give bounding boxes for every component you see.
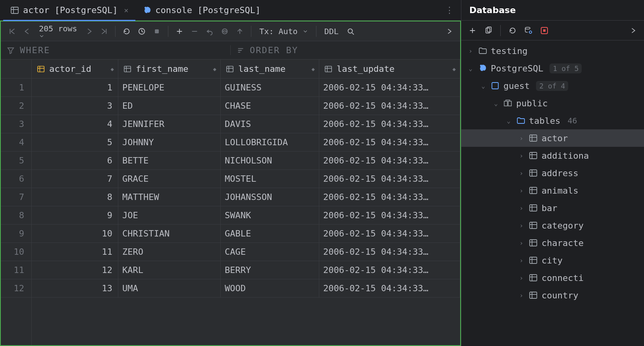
table-row[interactable]: 4JENNIFERDAVIS2006-02-15 04:34:33… (32, 115, 460, 133)
cell-first_name[interactable]: UMA (118, 279, 221, 297)
datasource-properties-button[interactable] (521, 23, 536, 38)
close-icon[interactable]: ✕ (124, 6, 128, 14)
table-row[interactable]: 6BETTENICHOLSON2006-02-15 04:34:33… (32, 152, 460, 170)
tree-node-connecti[interactable]: ›connecti (461, 269, 644, 286)
auto-reload-button[interactable] (135, 24, 149, 38)
table-row[interactable]: 7GRACEMOSTEL2006-02-15 04:34:33… (32, 170, 460, 188)
cell-last_name[interactable]: GABLE (221, 225, 319, 242)
cell-actor_id[interactable]: 13 (32, 279, 118, 297)
cell-first_name[interactable]: JENNIFER (118, 115, 221, 133)
column-header-actor_id[interactable]: actor_id◆ (32, 60, 118, 78)
cell-last_update[interactable]: 2006-02-15 04:34:33… (319, 170, 460, 188)
next-page-button[interactable] (82, 24, 96, 38)
tree-node-address[interactable]: ›address (461, 164, 644, 182)
cell-first_name[interactable]: JOE (118, 206, 221, 224)
row-number[interactable]: 9 (1, 225, 31, 243)
tree-node-tables[interactable]: ⌄tables46 (461, 112, 644, 129)
grid-corner[interactable] (1, 60, 31, 79)
column-header-last_name[interactable]: last_name◆ (221, 60, 319, 78)
tab-overflow-button[interactable]: ⋮ (438, 5, 461, 15)
cell-first_name[interactable]: MATTHEW (118, 188, 221, 206)
cell-first_name[interactable]: ZERO (118, 243, 221, 261)
cell-first_name[interactable]: JOHNNY (118, 133, 221, 151)
cell-last_name[interactable]: CHASE (221, 97, 319, 115)
cell-last_update[interactable]: 2006-02-15 04:34:33… (319, 152, 460, 169)
cell-actor_id[interactable]: 1 (32, 79, 118, 96)
cell-last_name[interactable]: BERRY (221, 261, 319, 279)
tree-node-category[interactable]: ›category (461, 217, 644, 234)
tree-node-bar[interactable]: ›bar (461, 199, 644, 217)
table-row[interactable]: 1PENELOPEGUINESS2006-02-15 04:34:33… (32, 79, 460, 97)
cell-last_update[interactable]: 2006-02-15 04:34:33… (319, 261, 460, 279)
ddl-button[interactable]: DDL (320, 24, 343, 38)
toolbar-expand-button[interactable] (442, 24, 456, 38)
tree-node-additiona[interactable]: ›additiona (461, 147, 644, 164)
cell-last_name[interactable]: LOLLOBRIGIDA (221, 133, 319, 151)
row-number[interactable]: 4 (1, 133, 31, 152)
revert-button[interactable] (202, 24, 217, 38)
stop-button[interactable] (150, 24, 164, 38)
cell-last_update[interactable]: 2006-02-15 04:34:33… (319, 133, 460, 151)
cell-actor_id[interactable]: 8 (32, 188, 118, 206)
row-number[interactable]: 5 (1, 152, 31, 170)
row-number[interactable]: 7 (1, 188, 31, 206)
tree-node-PostgreSQL[interactable]: ⌄PostgreSQL1 of 5 (461, 60, 644, 77)
tree-node-animals[interactable]: ›animals (461, 182, 644, 199)
last-page-button[interactable] (97, 24, 111, 38)
table-row[interactable]: 13UMAWOOD2006-02-15 04:34:33… (32, 279, 460, 298)
cell-last_update[interactable]: 2006-02-15 04:34:33… (319, 206, 460, 224)
table-row[interactable]: 3EDCHASE2006-02-15 04:34:33… (32, 97, 460, 115)
cell-actor_id[interactable]: 10 (32, 225, 118, 242)
row-number[interactable]: 6 (1, 170, 31, 188)
cell-last_update[interactable]: 2006-02-15 04:34:33… (319, 279, 460, 297)
tree-node-country[interactable]: ›country (461, 286, 644, 304)
add-row-button[interactable] (172, 24, 187, 38)
tree-node-public[interactable]: ⌄public (461, 94, 644, 112)
table-row[interactable]: 9JOESWANK2006-02-15 04:34:33… (32, 206, 460, 225)
row-number[interactable]: 2 (1, 97, 31, 115)
tree-node-characte[interactable]: ›characte (461, 234, 644, 252)
first-page-button[interactable] (5, 24, 19, 38)
submit-button[interactable] (233, 24, 247, 38)
tree-node-actor[interactable]: ›actor (461, 129, 644, 147)
table-row[interactable]: 10CHRISTIANGABLE2006-02-15 04:34:33… (32, 225, 460, 243)
disconnect-button[interactable] (537, 23, 551, 38)
cell-last_update[interactable]: 2006-02-15 04:34:33… (319, 79, 460, 96)
cell-first_name[interactable]: CHRISTIAN (118, 225, 221, 242)
table-row[interactable]: 11ZEROCAGE2006-02-15 04:34:33… (32, 243, 460, 261)
row-number[interactable]: 3 (1, 115, 31, 133)
where-filter[interactable]: WHERE (1, 45, 230, 55)
cell-actor_id[interactable]: 6 (32, 152, 118, 169)
cell-actor_id[interactable]: 12 (32, 261, 118, 279)
cell-last_name[interactable]: CAGE (221, 243, 319, 261)
cell-actor_id[interactable]: 4 (32, 115, 118, 133)
search-button[interactable] (343, 24, 358, 38)
duplicate-button[interactable] (481, 23, 496, 38)
preview-button[interactable] (218, 24, 232, 38)
column-header-last_update[interactable]: last_update◆ (319, 60, 460, 78)
cell-last_name[interactable]: GUINESS (221, 79, 319, 96)
cell-last_name[interactable]: SWANK (221, 206, 319, 224)
cell-last_name[interactable]: JOHANSSON (221, 188, 319, 206)
cell-actor_id[interactable]: 5 (32, 133, 118, 151)
tab-actor[interactable]: actor [PostgreSQL] ✕ (3, 0, 135, 21)
tab-console[interactable]: console [PostgreSQL] (135, 0, 268, 21)
tree-node-guest[interactable]: ⌄guest2 of 4 (461, 77, 644, 94)
row-number[interactable]: 8 (1, 206, 31, 225)
tree-node-testing[interactable]: ›testing (461, 42, 644, 60)
table-row[interactable]: 5JOHNNYLOLLOBRIGIDA2006-02-15 04:34:33… (32, 133, 460, 152)
row-number[interactable]: 11 (1, 261, 31, 279)
remove-row-button[interactable] (187, 24, 202, 38)
cell-last_name[interactable]: DAVIS (221, 115, 319, 133)
cell-last_name[interactable]: NICHOLSON (221, 152, 319, 169)
new-datasource-button[interactable] (465, 23, 480, 38)
table-row[interactable]: 12KARLBERRY2006-02-15 04:34:33… (32, 261, 460, 279)
cell-last_update[interactable]: 2006-02-15 04:34:33… (319, 225, 460, 242)
cell-last_name[interactable]: WOOD (221, 279, 319, 297)
orderby-filter[interactable]: ORDER BY (230, 45, 460, 55)
refresh-button[interactable] (505, 23, 520, 38)
cell-actor_id[interactable]: 11 (32, 243, 118, 261)
dbtoolbar-expand-button[interactable] (626, 23, 640, 38)
table-row[interactable]: 8MATTHEWJOHANSSON2006-02-15 04:34:33… (32, 188, 460, 206)
cell-actor_id[interactable]: 9 (32, 206, 118, 224)
